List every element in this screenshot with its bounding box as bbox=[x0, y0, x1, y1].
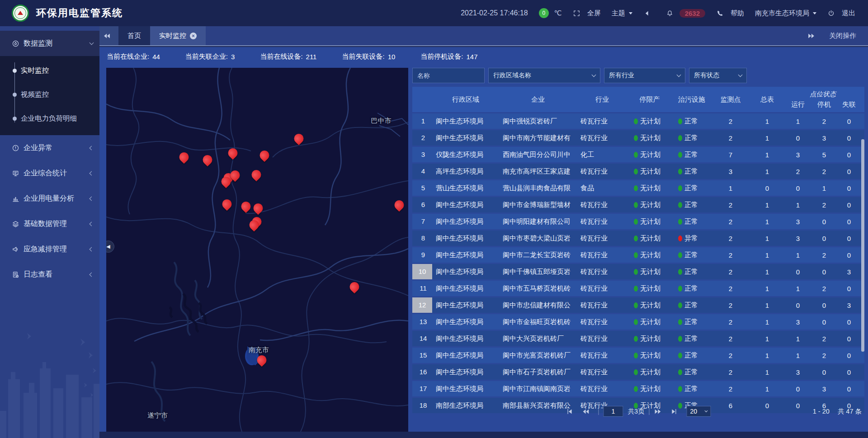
sidebar-group-header[interactable]: 企业综合统计 bbox=[0, 160, 99, 186]
table-row[interactable]: 2 阆中生态环境局 阆中市南方节能建材有 砖瓦行业 无计划 正常 2 1 0 3… bbox=[412, 130, 864, 146]
bullet-dot-icon bbox=[13, 117, 17, 121]
table-row[interactable]: 17 阆中生态环境局 阆中市江南镇阆南页岩 砖瓦行业 无计划 正常 2 1 0 … bbox=[412, 381, 864, 396]
cell-company: 阆中千佛镇五郎垭页岩 bbox=[499, 268, 577, 276]
tabs: 首页 实时监控 × bbox=[118, 26, 206, 45]
sidebar-group-header[interactable]: 基础数据管理 bbox=[0, 211, 99, 236]
table-row[interactable]: 9 阆中生态环境局 阆中市二龙长宝页岩砖 砖瓦行业 无计划 正常 2 1 1 2… bbox=[412, 247, 864, 263]
cell-monitor-points: 2 bbox=[712, 134, 750, 142]
cell-industry: 砖瓦行业 bbox=[577, 217, 627, 226]
tabs-scroll-left-button[interactable] bbox=[99, 26, 118, 45]
table-row[interactable]: 5 营山生态环境局 营山县润丰肉食品有限 食品 无计划 正常 1 0 0 1 0 bbox=[412, 180, 864, 196]
tabs-scroll-right-button[interactable] bbox=[807, 32, 819, 40]
tab[interactable]: 首页 bbox=[118, 26, 150, 45]
map-panel[interactable]: 巴中市 南充市 遂宁市 ◀ bbox=[106, 68, 408, 432]
table-row[interactable]: 8 阆中生态环境局 阆中市枣碧大梁山页岩 砖瓦行业 无计划 异常 2 1 3 0… bbox=[412, 231, 864, 246]
col-header-industry: 行业 bbox=[577, 87, 627, 112]
status-dot-icon bbox=[678, 252, 682, 258]
sidebar-group-header[interactable]: 企业异常 bbox=[0, 135, 99, 160]
sidebar-subitem[interactable]: 企业电力负荷明细 bbox=[0, 107, 99, 131]
cell-stopped: 2 bbox=[811, 201, 837, 209]
cell-monitor-points: 2 bbox=[712, 218, 750, 226]
row-number: 6 bbox=[415, 197, 431, 212]
chevron-down-icon bbox=[738, 72, 743, 77]
table-row[interactable]: 3 仪陇生态环境局 西南油气田分公司川中 化工 无计划 正常 7 1 3 5 0 bbox=[412, 147, 864, 162]
col-header-limit: 停限产 bbox=[627, 87, 672, 112]
cell-company: 西南油气田分公司川中 bbox=[499, 151, 577, 159]
page-number-input[interactable] bbox=[603, 406, 623, 417]
alert-icon bbox=[12, 144, 19, 152]
user-org-menu[interactable]: 南充市生态环境局 bbox=[755, 9, 816, 18]
row-number: 10 bbox=[412, 264, 432, 279]
table-row[interactable]: 4 高坪生态环境局 南充市高坪区王家店建 砖瓦行业 无计划 正常 3 1 2 2… bbox=[412, 164, 864, 179]
cell-running: 1 bbox=[785, 335, 811, 343]
name-search-input[interactable] bbox=[412, 68, 485, 83]
industry-select[interactable]: 所有行业 bbox=[604, 68, 685, 83]
first-page-button[interactable] bbox=[566, 408, 577, 415]
cell-limit-status: 无计划 bbox=[627, 301, 672, 310]
cell-stopped: 5 bbox=[811, 151, 837, 159]
cell-monitor-points: 2 bbox=[712, 385, 750, 393]
table-row[interactable]: 12 阆中生态环境局 阆中市忠信建材有限公 砖瓦行业 无计划 正常 2 1 0 … bbox=[412, 297, 864, 313]
table-scrollbar[interactable] bbox=[861, 139, 864, 352]
table-row[interactable]: 14 阆中生态环境局 阆中大兴页岩机砖厂 砖瓦行业 无计划 正常 2 1 1 2… bbox=[412, 331, 864, 346]
cell-monitor-points: 2 bbox=[712, 201, 750, 209]
chevron-down-icon bbox=[677, 72, 681, 77]
cell-lost: 0 bbox=[837, 218, 861, 226]
status-dot-icon bbox=[634, 169, 638, 174]
top-header: 环保用电监管系统 2021-02-25 17:46:18 0 ℃ 全屏 主题 2… bbox=[0, 0, 868, 26]
prev-page-icon bbox=[582, 408, 590, 415]
map-roads bbox=[106, 68, 408, 432]
sidebar-subitem[interactable]: 实时监控 bbox=[0, 59, 99, 83]
cell-region: 营山生态环境局 bbox=[432, 184, 499, 193]
region-select[interactable]: 行政区域名称 bbox=[488, 68, 600, 83]
tab-close-icon[interactable]: × bbox=[190, 33, 197, 39]
notifications-button[interactable]: 2632 bbox=[666, 9, 705, 18]
status-dot-icon bbox=[678, 219, 682, 225]
sidebar-item-label: 日志查看 bbox=[24, 270, 90, 279]
cell-industry: 砖瓦行业 bbox=[577, 351, 627, 360]
sidebar-group-header[interactable]: 日志查看 bbox=[0, 262, 99, 287]
page-size-select[interactable]: 20 bbox=[687, 406, 711, 417]
close-operations-button[interactable]: 关闭操作 bbox=[829, 32, 856, 40]
cell-facility-status: 正常 bbox=[672, 351, 712, 360]
cell-region: 阆中生态环境局 bbox=[432, 368, 499, 377]
fullscreen-button[interactable]: 全屏 bbox=[573, 9, 601, 18]
sidebar-group-header[interactable]: 应急减排管理 bbox=[0, 236, 99, 262]
table-row[interactable]: 7 阆中生态环境局 阆中明阳建材有限公司 砖瓦行业 无计划 正常 2 1 3 0… bbox=[412, 214, 864, 229]
theme-menu[interactable]: 主题 bbox=[612, 9, 632, 18]
sidebar-group-header[interactable]: 企业用电量分析 bbox=[0, 186, 99, 211]
tab[interactable]: 实时监控 × bbox=[150, 26, 206, 45]
table-row[interactable]: 1 阆中生态环境局 阆中强锐页岩砖厂 砖瓦行业 无计划 正常 2 1 1 2 0 bbox=[412, 113, 864, 129]
table-row[interactable]: 15 阆中生态环境局 阆中市光富页岩机砖厂 砖瓦行业 无计划 正常 2 1 1 … bbox=[412, 348, 864, 363]
help-button[interactable]: 帮助 bbox=[716, 9, 744, 18]
sidebar-item-label: 数据监测 bbox=[24, 39, 90, 48]
table-row[interactable]: 6 阆中生态环境局 阆中市金博瑞新型墙材 砖瓦行业 无计划 正常 2 1 1 2… bbox=[412, 197, 864, 212]
sidebar-group: 企业综合统计 bbox=[0, 160, 99, 186]
logout-button[interactable]: 退出 bbox=[827, 9, 855, 18]
sidebar-group-header[interactable]: 数据监测 bbox=[0, 31, 99, 56]
cell-industry: 砖瓦行业 bbox=[577, 167, 627, 176]
sidebar-subitem[interactable]: 视频监控 bbox=[0, 83, 99, 107]
announcement-toggle[interactable] bbox=[643, 9, 655, 17]
status-dot-icon bbox=[678, 369, 682, 375]
cell-stopped: 2 bbox=[811, 168, 837, 175]
last-page-button[interactable] bbox=[670, 408, 682, 415]
table-row[interactable]: 10 阆中生态环境局 阆中千佛镇五郎垭页岩 砖瓦行业 无计划 正常 2 1 0 … bbox=[412, 264, 864, 279]
status-select[interactable]: 所有状态 bbox=[689, 68, 747, 83]
temperature-badge: 0 bbox=[539, 8, 549, 18]
table-row[interactable]: 16 阆中生态环境局 阆中市石子页岩机砖厂 砖瓦行业 无计划 正常 2 1 3 … bbox=[412, 364, 864, 380]
table-row[interactable]: 13 阆中生态环境局 阆中市金福旺页岩机砖 砖瓦行业 无计划 正常 2 1 3 … bbox=[412, 314, 864, 330]
cell-company: 阆中市南方节能建材有 bbox=[499, 134, 577, 142]
sidebar-group: 企业用电量分析 bbox=[0, 186, 99, 211]
cell-region: 阆中生态环境局 bbox=[432, 201, 499, 209]
next-page-button[interactable] bbox=[654, 408, 666, 415]
chevron-down-icon bbox=[592, 72, 596, 77]
cell-running: 1 bbox=[785, 118, 811, 125]
cell-company: 阆中市忠信建材有限公 bbox=[499, 301, 577, 310]
table-row[interactable]: 11 阆中生态环境局 阆中市五马桥页岩机砖 砖瓦行业 无计划 正常 2 1 1 … bbox=[412, 281, 864, 296]
prev-page-button[interactable] bbox=[582, 408, 594, 415]
status-dot-icon bbox=[678, 118, 682, 124]
cell-total-meters: 1 bbox=[750, 268, 785, 276]
cell-running: 3 bbox=[785, 318, 811, 326]
cell-region: 仪陇生态环境局 bbox=[432, 151, 499, 159]
